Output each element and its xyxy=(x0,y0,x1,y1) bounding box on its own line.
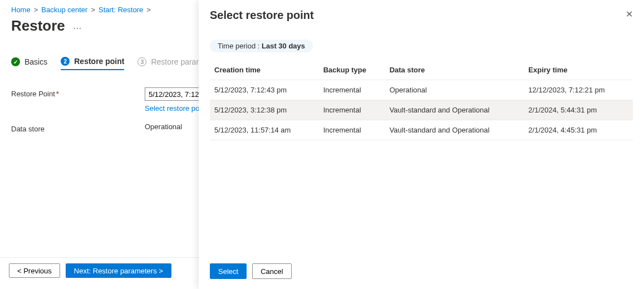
step-restore-point[interactable]: 2 Restore point xyxy=(61,57,124,70)
panel-title: Select restore point xyxy=(210,9,314,22)
table-row[interactable]: 5/12/2023, 3:12:38 pmIncrementalVault-st… xyxy=(210,100,633,120)
check-icon: ✓ xyxy=(11,57,20,66)
restore-points-table: Creation time Backup type Data store Exp… xyxy=(210,60,633,140)
previous-button[interactable]: < Previous xyxy=(9,263,60,278)
table-cell-data-store: Operational xyxy=(385,80,524,100)
table-cell-backup-type: Incremental xyxy=(319,120,385,140)
breadcrumb-sep: > xyxy=(146,6,151,14)
select-button[interactable]: Select xyxy=(210,263,247,279)
step-number-icon: 2 xyxy=(61,57,70,66)
col-data-store[interactable]: Data store xyxy=(385,60,524,80)
time-period-label: Time period : xyxy=(218,42,262,50)
breadcrumb-item-backup-center[interactable]: Backup center xyxy=(41,6,87,14)
more-icon[interactable]: … xyxy=(73,21,82,31)
table-cell-expiry: 2/1/2024, 4:45:31 pm xyxy=(524,120,633,140)
col-backup-type[interactable]: Backup type xyxy=(319,60,385,80)
table-cell-creation: 5/12/2023, 3:12:38 pm xyxy=(210,100,319,120)
table-cell-expiry: 2/1/2024, 5:44:31 pm xyxy=(524,100,633,120)
table-cell-creation: 5/12/2023, 11:57:14 am xyxy=(210,120,319,140)
step-label: Basics xyxy=(24,57,47,66)
restore-point-label: Restore Point* xyxy=(11,87,145,98)
breadcrumb-sep: > xyxy=(91,6,95,14)
breadcrumb-item-home[interactable]: Home xyxy=(11,6,31,14)
table-cell-expiry: 12/12/2023, 7:12:21 pm xyxy=(524,80,633,100)
data-store-value: Operational xyxy=(145,123,182,131)
panel-footer: Select Cancel xyxy=(199,256,644,289)
data-store-label: Data store xyxy=(11,123,145,133)
breadcrumb-item-start-restore[interactable]: Start: Restore xyxy=(99,6,143,14)
table-cell-data-store: Vault-standard and Operational xyxy=(385,100,524,120)
select-restore-point-panel: Select restore point ✕ Time period : Las… xyxy=(199,0,644,289)
table-cell-backup-type: Incremental xyxy=(319,80,385,100)
close-icon[interactable]: ✕ xyxy=(626,9,633,19)
step-basics[interactable]: ✓ Basics xyxy=(11,57,47,70)
step-number-icon: 3 xyxy=(137,57,146,66)
select-restore-point-link[interactable]: Select restore point xyxy=(145,104,207,112)
col-expiry-time[interactable]: Expiry time xyxy=(524,60,633,80)
page-title: Restore xyxy=(11,17,65,35)
cancel-button[interactable]: Cancel xyxy=(252,263,291,279)
time-period-filter[interactable]: Time period : Last 30 days xyxy=(210,40,313,52)
table-cell-backup-type: Incremental xyxy=(319,100,385,120)
table-row[interactable]: 5/12/2023, 11:57:14 amIncrementalVault-s… xyxy=(210,120,633,140)
breadcrumb-sep: > xyxy=(34,6,38,14)
next-button[interactable]: Next: Restore parameters > xyxy=(66,263,171,278)
table-row[interactable]: 5/12/2023, 7:12:43 pmIncrementalOperatio… xyxy=(210,80,633,100)
col-creation-time[interactable]: Creation time xyxy=(210,60,319,80)
table-cell-creation: 5/12/2023, 7:12:43 pm xyxy=(210,80,319,100)
time-period-value: Last 30 days xyxy=(262,42,305,50)
table-cell-data-store: Vault-standard and Operational xyxy=(385,120,524,140)
step-label: Restore point xyxy=(74,57,124,66)
